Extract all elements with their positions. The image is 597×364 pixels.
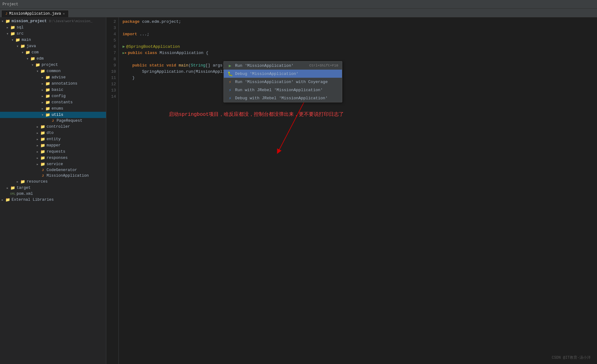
code-line-2: package com.edm.project;: [123, 19, 597, 25]
menu-coverage-label: Run 'MissionApplication' with Coyerage: [235, 80, 328, 84]
menu-jrebel-run[interactable]: ⚡ Run with JRebel 'MissionApplication': [224, 86, 342, 94]
tree-item-advise[interactable]: ▸📁advise: [0, 74, 106, 81]
code-line-12: [123, 81, 597, 87]
tree-item-resources[interactable]: ▸📁resources: [0, 179, 106, 185]
code-line-11: }: [123, 75, 597, 81]
tab-close-button[interactable]: ✕: [63, 12, 65, 16]
code-line-13: [123, 87, 597, 94]
tree-label-CodeGenerator: CodeGenerator: [47, 168, 77, 172]
code-line-8: [123, 56, 597, 62]
tree-label-basic: basic: [52, 88, 63, 92]
annotation-text: 启动springboot项目，啥反应都没，控制台都没弹出来，更不要说打印日志了: [169, 111, 344, 118]
tree-item-PageRequest[interactable]: JPageRequest: [0, 118, 106, 124]
tree-label-edm: edm: [37, 57, 44, 61]
tree-label-constants: constants: [52, 100, 73, 105]
tree-label-target: target: [17, 186, 31, 190]
tree-item-java[interactable]: ▾📁java: [0, 43, 106, 49]
tree-label-responses: responses: [47, 156, 68, 160]
tree-label-pom.xml: pom.xml: [17, 192, 33, 196]
code-editor: 2 3 4 5 6 7 8 9 10 11 12 13 14 package c…: [106, 17, 597, 364]
tree-label-project: project: [42, 63, 58, 67]
tree-label-main: main: [22, 38, 31, 42]
tree-item-edm[interactable]: ▾📁edm: [0, 56, 106, 62]
run-icon: ▶: [228, 63, 233, 68]
debug-icon: 🐛: [228, 71, 233, 76]
tree-item-MissionApplication[interactable]: JMissionApplication: [0, 173, 106, 179]
code-line-6: ▶ @SpringBootApplication: [123, 44, 597, 50]
tree-label-entity: entity: [47, 137, 61, 141]
menu-run-label: Run 'MissionApplication': [235, 63, 293, 68]
tree-item-src[interactable]: ▾📁src: [0, 31, 106, 37]
code-area: 2 3 4 5 6 7 8 9 10 11 12 13 14 package c…: [106, 17, 597, 364]
line-numbers: 2 3 4 5 6 7 8 9 10 11 12 13 14: [106, 17, 119, 364]
tree-item-requests[interactable]: ▸📁requests: [0, 149, 106, 155]
tree-label-MissionApplication: MissionApplication: [47, 174, 89, 178]
tree-item-service[interactable]: ▸📁service: [0, 161, 106, 167]
project-sidebar: ▾📁mission_project D:\Java\work\mission_▸…: [0, 17, 106, 364]
tree-label-sql: sql: [17, 25, 24, 30]
tree-label-config: config: [52, 94, 66, 98]
tree-label-java: java: [27, 44, 36, 48]
code-line-5: [123, 37, 597, 44]
code-line-3: [123, 25, 597, 31]
tree-item-entity[interactable]: ▸📁entity: [0, 136, 106, 142]
tree-item-project[interactable]: ▾📁project: [0, 62, 106, 68]
tree-item-enums[interactable]: ▸📁enums: [0, 106, 106, 112]
tree-label-service: service: [47, 162, 63, 166]
tree-item-CodeGenerator[interactable]: JCodeGenerator: [0, 167, 106, 173]
tree-item-constants[interactable]: ▸📁constants: [0, 99, 106, 106]
code-line-7: ▶ ▶ public class MissionApplication {: [123, 50, 597, 56]
menu-debug-label: Debug 'MissionApplication': [235, 71, 298, 76]
project-title: Project: [3, 2, 18, 7]
tree-label-enums: enums: [52, 106, 63, 111]
tree-label-mapper: mapper: [47, 143, 61, 148]
tree-item-basic[interactable]: ▸📁basic: [0, 87, 106, 93]
tree-label-mission_project: mission_project D:\Java\work\mission_: [12, 19, 93, 23]
tree-label-PageRequest: PageRequest: [57, 119, 83, 123]
tree-label-resources: resources: [27, 180, 48, 184]
tree-item-sql[interactable]: ▸📁sql: [0, 24, 106, 31]
code-line-10: SpringApplication.run(MissionApplication…: [123, 69, 597, 75]
tree-label-requests: requests: [47, 150, 65, 154]
code-content[interactable]: package com.edm.project; import ...; ▶ @…: [119, 17, 597, 364]
watermark: CSDN @IT教育-汤小洋: [552, 355, 591, 360]
context-menu: ▶ Run 'MissionApplication' Ctrl+Shift+F1…: [223, 61, 342, 102]
active-tab[interactable]: J MissionApplication.java ✕: [1, 10, 69, 17]
tree-item-target[interactable]: ▸📁target: [0, 185, 106, 191]
tab-java-icon: J: [5, 12, 8, 16]
tree-label-com: com: [32, 50, 39, 55]
tree-item-responses[interactable]: ▸📁responses: [0, 155, 106, 161]
tree-item-ExternalLibraries[interactable]: ▸📁External Libraries: [0, 197, 106, 203]
coverage-icon: ⚡: [228, 79, 233, 84]
tree-item-main[interactable]: ▾📁main: [0, 37, 106, 43]
tree-item-mission_project[interactable]: ▾📁mission_project D:\Java\work\mission_: [0, 18, 106, 24]
jrebel-debug-icon: ⚡: [228, 96, 233, 101]
tree-item-common[interactable]: ▾📁common: [0, 68, 106, 74]
tree-label-utils: utils: [52, 113, 63, 117]
menu-jrebel-debug[interactable]: ⚡ Debug with JRebel 'MissionApplication': [224, 94, 342, 102]
tree-label-dto: dto: [47, 131, 54, 135]
tree-label-controller: controller: [47, 125, 70, 129]
tree-label-ExternalLibraries: External Libraries: [12, 198, 54, 202]
tree-item-mapper[interactable]: ▸📁mapper: [0, 142, 106, 149]
tree-label-annotations: annotations: [52, 81, 78, 86]
tree-label-src: src: [17, 32, 24, 36]
code-line-14: [123, 94, 597, 100]
main-content: ▾📁mission_project D:\Java\work\mission_▸…: [0, 17, 597, 364]
tree-item-utils[interactable]: ▾📁utils: [0, 112, 106, 118]
tree-item-com[interactable]: ▾📁com: [0, 49, 106, 56]
tree-label-common: common: [47, 69, 61, 73]
menu-jrebel-run-label: Run with JRebel 'MissionApplication': [235, 88, 323, 92]
menu-debug[interactable]: 🐛 Debug 'MissionApplication': [224, 70, 342, 78]
tree-item-pom.xml[interactable]: XMLpom.xml: [0, 191, 106, 197]
tree-item-controller[interactable]: ▸📁controller: [0, 124, 106, 130]
tree-item-config[interactable]: ▸📁config: [0, 93, 106, 99]
menu-run[interactable]: ▶ Run 'MissionApplication' Ctrl+Shift+F1…: [224, 61, 342, 70]
tree-item-annotations[interactable]: ▸📁annotations: [0, 81, 106, 87]
menu-coverage[interactable]: ⚡ Run 'MissionApplication' with Coyerage: [224, 78, 342, 86]
top-bar: Project: [0, 0, 597, 9]
menu-jrebel-debug-label: Debug with JRebel 'MissionApplication': [235, 96, 328, 101]
tree-label-advise: advise: [52, 75, 66, 80]
tree-item-dto[interactable]: ▸📁dto: [0, 130, 106, 136]
code-line-9: public static void main(String[] args) {: [123, 62, 597, 69]
